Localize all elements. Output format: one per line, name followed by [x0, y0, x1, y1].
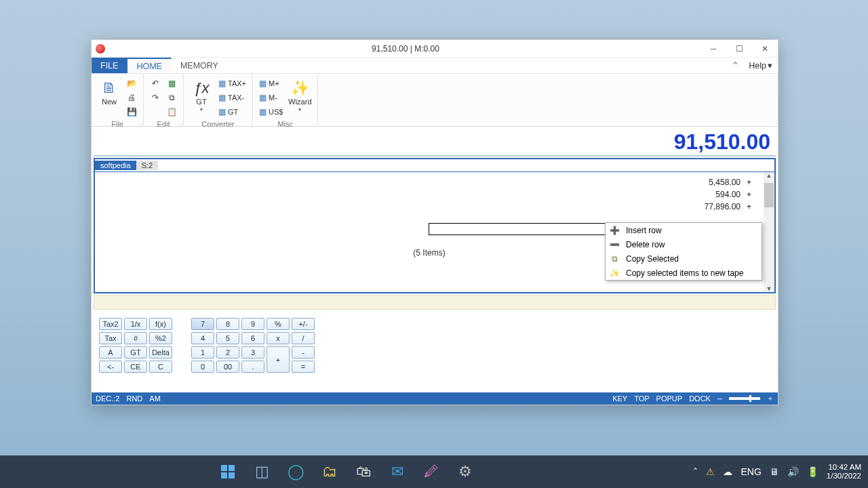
context-copy-to-new-tape[interactable]: ✨Copy selected items to new tape [606, 266, 762, 280]
us-dollar-button[interactable]: ▦US$ [257, 105, 285, 119]
battery-icon[interactable]: 🔋 [807, 466, 818, 477]
tape-tab-s2[interactable]: S:2 [136, 161, 159, 170]
minimize-button[interactable]: ─ [701, 40, 726, 57]
network-icon[interactable]: 🖥 [770, 466, 779, 477]
key-4[interactable]: 4 [191, 332, 214, 344]
help-menu[interactable]: Help▾ [743, 58, 778, 73]
status-popup[interactable]: POPUP [656, 394, 683, 403]
key-a[interactable]: A [99, 346, 122, 359]
tape-row[interactable]: 5,458.00+ [95, 178, 764, 190]
key-delta[interactable]: Delta [149, 346, 172, 359]
key-divide[interactable]: / [292, 332, 315, 344]
tab-memory[interactable]: MEMORY [172, 58, 228, 73]
zoom-out-icon[interactable]: ─ [717, 395, 722, 403]
edge-icon[interactable]: ◯ [281, 459, 310, 485]
key-2[interactable]: 2 [216, 346, 239, 359]
gt-button[interactable]: ▦GT [216, 105, 248, 119]
security-icon[interactable]: ⚠ [706, 466, 715, 477]
tray-overflow-icon[interactable]: ˄ [693, 466, 698, 477]
scroll-down-icon[interactable]: ▼ [766, 285, 772, 292]
volume-icon[interactable]: 🔊 [787, 466, 799, 477]
file-explorer-icon[interactable]: 🗂 [315, 459, 344, 485]
copy-button[interactable]: ⧉ [164, 91, 179, 104]
context-delete-row[interactable]: ➖Delete row [606, 237, 762, 251]
key-tax[interactable]: Tax [99, 332, 122, 344]
new-button[interactable]: 🗎New [96, 77, 123, 108]
key-plus-minus[interactable]: +/- [292, 318, 315, 330]
status-am[interactable]: AM [149, 394, 161, 403]
key-equals[interactable]: = [292, 361, 315, 373]
key--[interactable]: <- [99, 361, 122, 373]
title-bar[interactable]: 91,510.00 | M:0.00 ─ ☐ ✕ [92, 40, 778, 58]
start-button[interactable] [214, 459, 242, 485]
tape-row[interactable]: 77,896.00+ [95, 202, 764, 214]
language-indicator[interactable]: ENG [741, 466, 761, 477]
scroll-thumb[interactable] [764, 183, 774, 207]
export-excel-button[interactable]: ▦ [164, 77, 179, 90]
context-copy-selected[interactable]: ⧉Copy Selected [606, 251, 762, 266]
m-plus-button[interactable]: ▦M+ [257, 77, 285, 90]
key-plus[interactable]: + [267, 346, 290, 373]
key-gt[interactable]: GT [124, 346, 147, 359]
settings-icon[interactable]: ⚙ [451, 459, 479, 485]
m-minus-button[interactable]: ▦M- [257, 91, 285, 104]
key-multiply[interactable]: x [267, 332, 290, 344]
status-key[interactable]: KEY [612, 394, 627, 403]
key-00[interactable]: 00 [216, 361, 239, 373]
clock[interactable]: 10:42 AM 1/30/2022 [827, 463, 861, 481]
tape-body[interactable]: SOFTPEDIA 5,458.00+ 594.00+ 77,896.00+ (… [95, 171, 774, 292]
scrollbar[interactable]: ▲ ▼ [764, 172, 774, 292]
scroll-up-icon[interactable]: ▲ [766, 172, 772, 179]
fx-button[interactable]: ƒxGT▾ [188, 77, 215, 115]
open-button[interactable]: 📂 [124, 77, 139, 90]
status-top[interactable]: TOP [634, 394, 649, 403]
key-ce[interactable]: CE [124, 361, 147, 373]
save-button[interactable]: 💾 [124, 105, 139, 119]
status-dec[interactable]: DEC.:2 [96, 394, 119, 403]
mail-icon[interactable]: ✉ [383, 459, 412, 485]
key--[interactable]: # [124, 332, 147, 344]
key-1[interactable]: 1 [191, 346, 214, 359]
collapse-ribbon-icon[interactable]: ⌃ [727, 58, 743, 73]
key-1-x[interactable]: 1/x [124, 318, 147, 330]
zoom-in-icon[interactable]: ＋ [767, 394, 774, 403]
taskbar[interactable]: ◫ ◯ 🗂 🛍 ✉ 🖉 ⚙ ˄ ⚠ ☁ ENG 🖥 🔊 🔋 10:42 AM 1… [0, 455, 868, 488]
key-c[interactable]: C [149, 361, 172, 373]
key-3[interactable]: 3 [241, 346, 264, 359]
key--2[interactable]: %2 [149, 332, 172, 344]
key-minus[interactable]: - [292, 346, 315, 359]
task-view-button[interactable]: ◫ [248, 459, 276, 485]
weather-icon[interactable]: ☁ [723, 466, 732, 477]
insert-row-icon: ➕ [608, 226, 620, 235]
key-7[interactable]: 7 [191, 318, 214, 330]
key-0[interactable]: 0 [191, 361, 214, 373]
tape-tab-softpedia[interactable]: softpedia [95, 161, 136, 170]
key-decimal[interactable]: . [241, 361, 264, 373]
tax-minus-button[interactable]: ▦TAX- [216, 91, 248, 104]
tab-file[interactable]: FILE [92, 58, 127, 73]
zoom-slider[interactable] [729, 397, 760, 400]
context-insert-row[interactable]: ➕Insert row [606, 223, 762, 237]
key-9[interactable]: 9 [241, 318, 264, 330]
wizard-button[interactable]: ✨Wizard▾ [286, 77, 313, 115]
undo-button[interactable]: ↶ [148, 77, 163, 90]
key-8[interactable]: 8 [216, 318, 239, 330]
status-rnd[interactable]: RND [126, 394, 142, 403]
key-f-x-[interactable]: f(x) [149, 318, 172, 330]
tab-home[interactable]: HOME [127, 58, 172, 73]
store-icon[interactable]: 🛍 [349, 459, 378, 485]
key-6[interactable]: 6 [241, 332, 264, 344]
tape-row[interactable]: 594.00+ [95, 190, 764, 202]
status-dock[interactable]: DOCK [689, 394, 711, 403]
redo-button[interactable]: ↷ [148, 91, 163, 104]
ribbon-group-misc: ▦M+ ▦M- ▦US$ ✨Wizard▾ Misc [253, 74, 318, 126]
key-5[interactable]: 5 [216, 332, 239, 344]
photos-icon[interactable]: 🖉 [417, 459, 446, 485]
print-button[interactable]: 🖨 [124, 91, 139, 104]
maximize-button[interactable]: ☐ [726, 40, 752, 57]
key-tax2[interactable]: Tax2 [99, 318, 122, 330]
key-percent[interactable]: % [267, 318, 290, 330]
close-button[interactable]: ✕ [752, 40, 778, 57]
paste-button[interactable]: 📋 [164, 105, 179, 119]
tax-plus-button[interactable]: ▦TAX+ [216, 77, 248, 90]
